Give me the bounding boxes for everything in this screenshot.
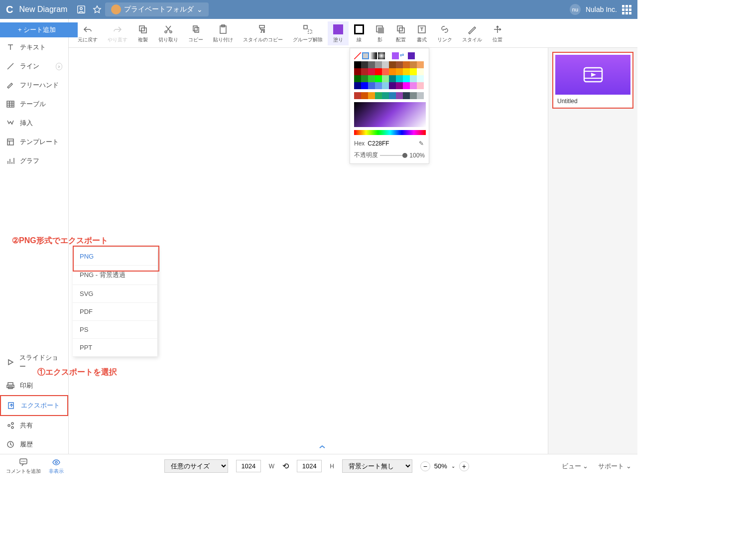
- toolbar: 元に戻す やり直す 複製 切り取り コピー 貼り付け スタイルのコピー グループ…: [69, 19, 637, 48]
- hide-button[interactable]: 非表示: [49, 458, 64, 475]
- opacity-slider[interactable]: [380, 155, 407, 156]
- svg-point-48: [55, 461, 57, 463]
- sidebar-graph[interactable]: グラフ: [0, 151, 68, 170]
- hex-input[interactable]: [368, 140, 397, 147]
- sidebar-export[interactable]: エクスポート: [0, 395, 68, 416]
- ungroup-button[interactable]: グループ解除: [288, 21, 328, 45]
- export-ppt[interactable]: PPT: [73, 339, 157, 357]
- bottom-bar: コメントを追加 非表示 任意のサイズ W ⟲ H 背景シート無し − 50% ⌄…: [0, 454, 637, 478]
- svg-point-1: [80, 7, 83, 10]
- sidebar-template[interactable]: テンプレート: [0, 133, 68, 151]
- svg-rect-30: [399, 28, 404, 33]
- svg-point-19: [170, 31, 172, 33]
- color-swatch[interactable]: [378, 52, 385, 59]
- right-panel: Untitled: [548, 48, 637, 454]
- shadow-button[interactable]: 影: [370, 21, 390, 45]
- svg-point-12: [8, 424, 10, 426]
- height-label: H: [330, 463, 334, 470]
- svg-point-18: [165, 31, 167, 33]
- sync-icon[interactable]: ⟲: [282, 461, 289, 471]
- eyedropper-icon[interactable]: ✎: [418, 139, 425, 148]
- doc-title[interactable]: New Diagram: [19, 5, 67, 14]
- sidebar-line[interactable]: ライン›: [0, 57, 68, 76]
- app-logo[interactable]: C: [6, 4, 13, 15]
- chevron-right-icon: ›: [56, 63, 62, 70]
- line-button[interactable]: 線: [349, 21, 370, 45]
- thumbnail-label: Untitled: [555, 95, 630, 106]
- duplicate-button[interactable]: 複製: [132, 21, 153, 45]
- opacity-value: 100%: [409, 152, 425, 159]
- position-button[interactable]: 位置: [487, 21, 508, 45]
- sidebar-share[interactable]: 共有: [0, 416, 68, 435]
- annotation-2: ②PNG形式でエクスポート: [12, 236, 108, 246]
- svg-rect-28: [378, 27, 384, 33]
- svg-rect-7: [7, 139, 13, 145]
- export-svg[interactable]: SVG: [73, 285, 157, 303]
- collapse-icon[interactable]: [319, 443, 326, 452]
- canvas-size-select[interactable]: 任意のサイズ: [164, 459, 228, 473]
- apps-icon[interactable]: [622, 5, 631, 14]
- hue-slider[interactable]: [354, 130, 426, 135]
- comment-button[interactable]: コメントを追加: [6, 458, 41, 475]
- svg-rect-20: [193, 26, 197, 31]
- sheet-thumbnail[interactable]: Untitled: [552, 52, 633, 109]
- swap-icon[interactable]: ⇄: [400, 52, 407, 59]
- preset-colors: [354, 61, 425, 89]
- sidebar-table[interactable]: テーブル: [0, 95, 68, 114]
- color-gradient[interactable]: [354, 102, 426, 127]
- zoom-out-button[interactable]: −: [420, 461, 430, 471]
- export-png[interactable]: PNG: [73, 248, 157, 266]
- zoom-in-button[interactable]: +: [459, 461, 469, 471]
- export-menu: PNG PNG - 背景透過 SVG PDF PS PPT: [73, 248, 157, 357]
- company-name: Nulab Inc.: [586, 5, 617, 13]
- sidebar-freehand[interactable]: フリーハンド: [0, 76, 68, 95]
- add-sheet-button[interactable]: + シート追加: [0, 22, 78, 37]
- folder-label: プライベートフォルダ: [124, 5, 194, 14]
- export-png-transparent[interactable]: PNG - 背景透過: [73, 266, 157, 285]
- svg-rect-6: [7, 101, 14, 107]
- align-button[interactable]: 配置: [390, 21, 411, 45]
- svg-rect-21: [195, 27, 199, 32]
- annotation-1: ①エクスポートを選択: [37, 367, 117, 378]
- chevron-down-icon: ⌄: [197, 5, 203, 13]
- sidebar-text[interactable]: テキスト: [0, 38, 68, 57]
- thumbnail-image: [555, 55, 630, 95]
- folder-button[interactable]: プライベートフォルダ ⌄: [105, 2, 209, 16]
- width-label: W: [269, 463, 274, 470]
- view-menu[interactable]: ビュー ⌄: [562, 462, 589, 471]
- copy-button[interactable]: コピー: [183, 21, 208, 45]
- paste-button[interactable]: 貼り付け: [208, 21, 238, 45]
- svg-rect-17: [141, 28, 146, 33]
- chevron-down-icon[interactable]: ⌄: [451, 463, 455, 469]
- sidebar-print[interactable]: 印刷: [0, 376, 68, 395]
- cut-button[interactable]: 切り取り: [153, 21, 183, 45]
- fill-button[interactable]: 塗り: [328, 21, 349, 45]
- format-button[interactable]: 書式: [411, 21, 432, 45]
- svg-point-13: [11, 422, 13, 424]
- user-frame-icon[interactable]: [76, 4, 86, 14]
- svg-rect-29: [397, 26, 402, 31]
- color-swatch[interactable]: [362, 52, 369, 59]
- width-input[interactable]: [236, 460, 261, 472]
- support-menu[interactable]: サポート ⌄: [598, 462, 631, 471]
- svg-line-43: [354, 52, 361, 59]
- color-swatch[interactable]: [408, 52, 415, 59]
- zoom-level[interactable]: 50%: [434, 462, 447, 470]
- sidebar-insert[interactable]: 挿入: [0, 114, 68, 133]
- company-logo[interactable]: nu: [570, 4, 581, 15]
- bg-select[interactable]: 背景シート無し: [342, 459, 412, 473]
- redo-button[interactable]: やり直す: [103, 21, 132, 45]
- style-button[interactable]: スタイル: [457, 21, 487, 45]
- export-ps[interactable]: PS: [73, 321, 157, 339]
- color-swatch[interactable]: [392, 52, 399, 59]
- style-copy-button[interactable]: スタイルのコピー: [238, 21, 288, 45]
- sidebar-history[interactable]: 履歴: [0, 435, 68, 454]
- opacity-label: 不透明度: [354, 151, 378, 159]
- link-button[interactable]: リンク: [432, 21, 457, 45]
- color-swatch[interactable]: [370, 52, 377, 59]
- height-input[interactable]: [297, 460, 322, 472]
- star-icon[interactable]: [92, 4, 102, 14]
- theme-colors: [354, 92, 425, 99]
- export-pdf[interactable]: PDF: [73, 303, 157, 321]
- no-fill-swatch[interactable]: [354, 52, 361, 59]
